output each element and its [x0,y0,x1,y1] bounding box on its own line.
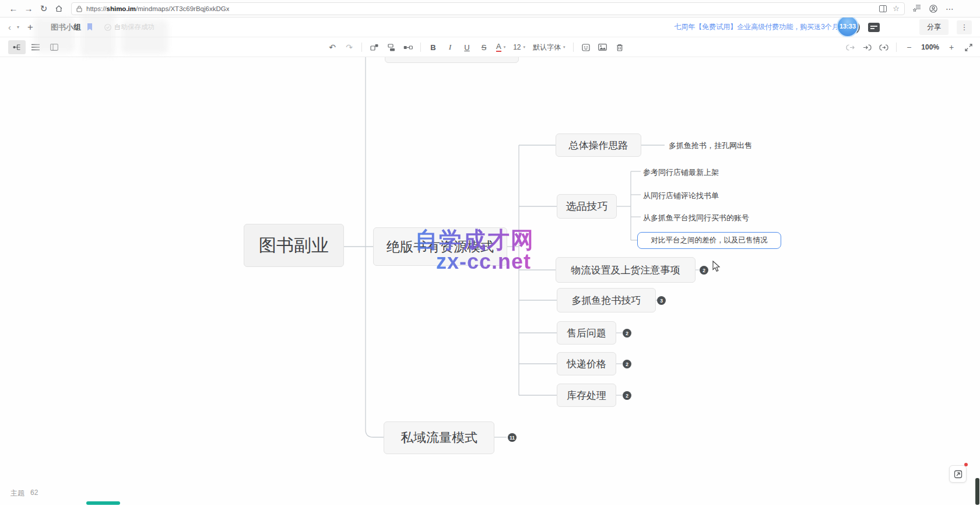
zoom-level[interactable]: 100% [921,43,939,51]
underline-button[interactable]: U [462,43,472,52]
lock-icon [76,5,82,12]
mindmap-view-icon [13,44,22,51]
insert-child-node-icon[interactable] [387,44,396,51]
nav-dropdown-icon[interactable]: ▾ [17,24,19,30]
recording-timer-overlay: 13:33 [837,15,859,37]
collections-icon[interactable] [913,5,921,12]
selected-leaf-node[interactable]: 对比平台之间的差价，以及已售情况 [637,232,781,249]
caret-down-icon: ▾ [563,45,565,50]
home-icon[interactable] [51,2,66,16]
divider [896,43,897,52]
share-button[interactable]: 分享 [919,19,949,35]
fullscreen-icon[interactable] [964,44,973,51]
scrollbar-thumb[interactable] [975,478,979,505]
autosave-status: 自动保存成功 [104,23,154,31]
mindmap-toolbar: ↶ ↷ B I U S A▾ 12▾ 默认字体▾ [0,37,980,57]
leaf-node[interactable]: 从多抓鱼平台找同行买书的账号 [643,213,749,223]
font-family-select[interactable]: 默认字体▾ [533,43,565,52]
insert-sibling-node-icon[interactable] [370,44,379,51]
topic-count-status: 主题62 [10,489,38,498]
child-node-grab-books[interactable]: 多抓鱼抢书技巧 [557,288,656,312]
browser-menu-icon[interactable]: ⋯ [946,4,954,13]
mindmap-view-button[interactable] [8,40,26,54]
forward-icon[interactable]: → [21,2,36,16]
split-view-icon [50,44,58,51]
profile-icon[interactable] [929,5,937,13]
child-node-aftersales[interactable]: 售后问题 [557,321,616,345]
expand-all-icon[interactable] [862,44,872,51]
more-menu-button[interactable]: ⋮ [957,20,972,34]
fit-view-icon[interactable] [879,44,888,51]
leaf-node[interactable]: 从同行店铺评论找书单 [643,191,719,201]
zoom-out-button[interactable]: − [904,43,914,52]
child-node-shipping-price[interactable]: 快递价格 [557,352,616,375]
insert-image-icon[interactable] [598,44,607,51]
locate-center-icon [954,470,963,479]
split-view-button[interactable] [45,40,63,54]
collapsed-count-badge[interactable]: 11 [508,433,517,442]
divider [420,43,421,52]
font-size-select[interactable]: 12▾ [513,43,525,51]
undo-button[interactable]: ↶ [328,43,337,52]
font-color-button[interactable]: A▾ [496,43,505,52]
caret-down-icon: ▾ [524,45,526,50]
collapsed-count-badge[interactable]: 2 [700,266,708,275]
promo-link[interactable]: 七周年【免费试用】企业高级付费功能，购买送3个月 [674,22,839,32]
branch-node-private-traffic[interactable]: 私域流量模式 [384,421,494,454]
relation-line-icon[interactable] [403,45,413,50]
nav-back-icon[interactable]: ‹ [8,22,11,32]
delete-icon[interactable] [615,44,624,51]
italic-button[interactable]: I [445,43,455,52]
divider [573,43,574,52]
divider [361,43,362,52]
strikethrough-button[interactable]: S [479,43,489,52]
new-document-button[interactable]: + [27,22,33,33]
mindmap-canvas[interactable]: 图书副业 绝版书有资源模式 总体操作思路 多抓鱼抢书，挂孔网出售 选品技巧 参考… [0,57,980,505]
favorite-star-icon[interactable]: ☆ [893,4,900,13]
sticker-icon[interactable] [581,44,591,51]
collapsed-count-badge[interactable]: 2 [623,391,631,400]
check-circle-icon [104,24,111,31]
reading-view-icon[interactable] [879,5,887,12]
locate-center-button[interactable] [949,465,967,483]
document-title[interactable]: 图书小组 [51,22,81,33]
zoom-in-button[interactable]: + [947,43,956,52]
child-node-logistics[interactable]: 物流设置及上货注意事项 [556,257,696,283]
bookmark-icon[interactable] [87,23,93,31]
child-node-selection-tips[interactable]: 选品技巧 [557,194,617,219]
collapse-all-icon[interactable] [845,44,855,51]
address-bar[interactable]: https://shimo.im/mindmaps/XT3c69rBqj6xkD… [71,2,905,15]
mouse-cursor [712,261,721,272]
caret-down-icon: ▾ [504,45,506,50]
collapsed-count-badge[interactable]: 2 [623,329,631,338]
collapsed-count-badge[interactable]: 3 [657,296,666,305]
outline-view-icon [31,44,40,51]
leaf-node[interactable]: 参考同行店铺最新上架 [643,167,719,178]
refresh-icon[interactable]: ↻ [36,2,51,16]
app-header: ‹ ▾ + 图书小组 自动保存成功 七周年【免费试用】企业高级付费功能，购买送3… [0,17,980,37]
bold-button[interactable]: B [428,43,438,52]
collapsed-count-badge[interactable]: 2 [623,360,631,368]
notification-dot [964,463,968,466]
child-node-inventory[interactable]: 库存处理 [557,384,616,407]
back-icon[interactable]: ← [6,2,21,16]
child-node-overview[interactable]: 总体操作思路 [556,133,641,157]
url-text: https://shimo.im/mindmaps/XT3c69rBqj6xkD… [86,5,229,12]
root-node[interactable]: 图书副业 [244,224,344,267]
watermark-url: zx-cc.net [436,250,531,274]
leaf-node[interactable]: 多抓鱼抢书，挂孔网出售 [669,140,752,151]
video-progress-fragment [86,501,120,505]
redo-button[interactable]: ↷ [345,43,354,52]
browser-chrome: ← → ↻ https://shimo.im/mindmaps/XT3c69rB… [0,0,980,17]
outline-view-button[interactable] [27,40,44,54]
clipped-node[interactable] [385,57,519,63]
comment-icon[interactable] [868,23,880,32]
